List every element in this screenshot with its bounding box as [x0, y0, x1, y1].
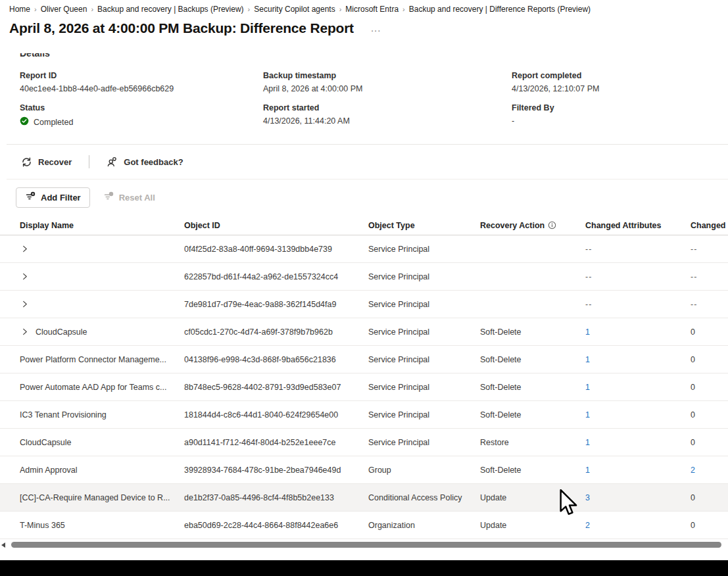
object-id-cell: 04138f96-e998-4c3d-868f-9ba656c21836 — [184, 355, 368, 364]
breadcrumb-item[interactable]: Home — [9, 5, 30, 14]
difference-table: Display NameObject IDObject TypeRecovery… — [0, 216, 728, 539]
scroll-left-arrow-icon[interactable] — [1, 542, 5, 548]
breadcrumb-item[interactable]: Security Copilot agents — [254, 5, 335, 14]
table-row[interactable]: CloudCapsulea90d1141-f712-464f-80d4-b252… — [0, 429, 728, 456]
detail-field-label: Report ID — [20, 71, 263, 80]
changed-links-cell: 0 — [691, 521, 728, 530]
changed-attributes-cell[interactable]: 1 — [585, 327, 691, 337]
changed-attributes-cell[interactable]: 1 — [585, 410, 691, 420]
display-name-text: CloudCapsule — [20, 438, 72, 447]
filter-add-icon — [25, 191, 36, 204]
table-row[interactable]: T-Minus 365eba50d69-2c28-44c4-8664-88f84… — [0, 512, 728, 539]
filter-row: Add Filter Reset All — [16, 187, 155, 208]
more-options-button[interactable]: ... — [371, 25, 381, 32]
recovery-action-cell: Soft-Delete — [480, 410, 585, 420]
changed-links-cell: -- — [691, 245, 728, 254]
column-header-object-type[interactable]: Object Type — [368, 221, 480, 230]
display-name-text: IC3 Tenant Provisioning — [20, 410, 107, 420]
breadcrumb-separator-icon: › — [399, 5, 409, 13]
breadcrumb-separator-icon: › — [87, 5, 97, 13]
table-row[interactable]: Power Platform Connector Manageme...0413… — [0, 346, 728, 373]
title-row: April 8, 2026 at 4:00:00 PM Backup: Diff… — [9, 20, 381, 36]
scrollbar-thumb[interactable] — [11, 542, 721, 548]
expand-chevron-icon[interactable] — [20, 244, 30, 254]
reset-all-button[interactable]: Reset All — [103, 191, 155, 204]
object-id-cell: 181844d4-c8c6-44d1-8040-624f29654e00 — [184, 410, 368, 420]
object-id-cell: 8b748ec5-9628-4402-8791-93d9ed583e07 — [184, 383, 368, 392]
recovery-action-cell: Soft-Delete — [480, 383, 585, 392]
recovery-action-cell: Update — [480, 521, 585, 530]
object-type-cell: Service Principal — [368, 245, 480, 254]
column-header-recovery-action[interactable]: Recovery Action — [480, 221, 585, 230]
object-type-cell: Service Principal — [368, 383, 480, 392]
got-feedback-button[interactable]: Got feedback? — [105, 154, 184, 170]
table-row[interactable]: CloudCapsulecf05cdc1-270c-4d74-a69f-378f… — [0, 318, 728, 346]
changed-attributes-cell[interactable]: 1 — [585, 438, 691, 447]
changed-attributes-cell[interactable]: 2 — [585, 521, 691, 530]
column-header-changed-attributes[interactable]: Changed Attributes — [585, 221, 691, 230]
changed-attributes-cell[interactable]: 1 — [585, 355, 691, 364]
breadcrumb-item[interactable]: Backup and recovery | Backups (Preview) — [97, 5, 244, 14]
breadcrumb: Home›Oliver Queen›Backup and recovery | … — [9, 5, 591, 14]
breadcrumb-separator-icon: › — [335, 5, 346, 13]
table-row[interactable]: Power Automate AAD App for Teams c...8b7… — [0, 373, 728, 401]
expand-chevron-icon[interactable] — [20, 327, 30, 337]
object-id-cell: 7de981d7-d79e-4eac-9a88-362f145d4fa9 — [184, 300, 368, 309]
column-header-display-name[interactable]: Display Name — [20, 221, 184, 230]
display-name-text: T-Minus 365 — [20, 521, 65, 530]
display-name-cell — [20, 299, 184, 309]
column-header-label: Recovery Action — [480, 221, 545, 230]
object-id-cell: cf05cdc1-270c-4d74-a69f-378f9b7b962b — [184, 327, 368, 337]
add-filter-button[interactable]: Add Filter — [16, 187, 90, 208]
detail-field-value: 4/13/2026, 11:44:20 AM — [263, 116, 512, 126]
changed-attributes-cell[interactable]: 1 — [585, 383, 691, 392]
difference-report-page: Home›Oliver Queen›Backup and recovery | … — [0, 0, 728, 576]
changed-attributes-cell[interactable]: 3 — [585, 493, 691, 502]
detail-field-value: 40ec1ee4-1bb8-44e0-adfe-eb56966cb629 — [20, 84, 263, 93]
feedback-icon — [107, 156, 118, 168]
table-row[interactable]: 622857bd-d61f-44a2-a962-de1557324cc4Serv… — [0, 263, 728, 291]
display-name-text: [CC]-CA-Require Managed Device to R... — [20, 493, 170, 502]
object-id-cell: de1b2f37-0a85-4496-8cf4-4f8b5b2ee133 — [184, 493, 368, 502]
detail-field-value: 4/13/2026, 12:10:07 PM — [512, 84, 717, 93]
info-icon[interactable] — [548, 221, 556, 229]
display-name-cell: Admin Approval — [20, 466, 184, 475]
table-row[interactable]: 7de981d7-d79e-4eac-9a88-362f145d4fa9Serv… — [0, 291, 728, 318]
changed-links-cell: 0 — [691, 438, 728, 447]
table-row[interactable]: 0f4f25d2-83a8-40ff-9694-3139dbb4e739Serv… — [0, 235, 728, 263]
column-header-changed-links[interactable]: Changed Links — [691, 221, 728, 230]
table-row[interactable]: IC3 Tenant Provisioning181844d4-c8c6-44d… — [0, 401, 728, 429]
changed-attributes-cell[interactable]: 1 — [585, 466, 691, 475]
expand-chevron-icon[interactable] — [20, 299, 30, 309]
display-name-cell: [CC]-CA-Require Managed Device to R... — [20, 493, 184, 502]
object-id-cell: eba50d69-2c28-44c4-8664-88f8442ea6e6 — [184, 521, 368, 530]
object-type-cell: Service Principal — [368, 272, 480, 281]
command-bar: Recover Got feedback? — [20, 152, 185, 172]
column-header-object-id[interactable]: Object ID — [184, 221, 368, 230]
recover-label: Recover — [38, 157, 72, 167]
recover-button[interactable]: Recover — [20, 154, 73, 170]
table-row[interactable]: Admin Approval39928934-7684-478c-91be-2b… — [0, 456, 728, 484]
expand-chevron-icon[interactable] — [20, 272, 30, 281]
detail-field-label: Status — [20, 103, 263, 112]
detail-field-label: Filtered By — [512, 103, 717, 112]
breadcrumb-item[interactable]: Oliver Queen — [41, 5, 87, 14]
detail-field: Report ID40ec1ee4-1bb8-44e0-adfe-eb56966… — [20, 71, 263, 93]
detail-field: Backup timestampApril 8, 2026 at 4:00:00… — [263, 71, 512, 93]
add-filter-label: Add Filter — [41, 193, 81, 203]
breadcrumb-separator-icon: › — [244, 5, 255, 13]
status-completed-icon — [20, 116, 29, 128]
breadcrumb-item[interactable]: Backup and recovery | Difference Reports… — [409, 5, 591, 14]
table-row[interactable]: [CC]-CA-Require Managed Device to R...de… — [0, 484, 728, 512]
detail-field-value-text: 40ec1ee4-1bb8-44e0-adfe-eb56966cb629 — [20, 84, 174, 93]
object-id-cell: 0f4f25d2-83a8-40ff-9694-3139dbb4e739 — [184, 245, 368, 254]
changed-attributes-cell: -- — [585, 245, 691, 254]
detail-field-value-text: 4/13/2026, 12:10:07 PM — [512, 84, 599, 93]
detail-field-value-text: April 8, 2026 at 4:00:00 PM — [263, 84, 362, 93]
recovery-action-cell: Restore — [480, 438, 585, 447]
object-type-cell: Organization — [368, 521, 480, 530]
changed-links-cell[interactable]: 2 — [691, 466, 728, 475]
breadcrumb-item[interactable]: Microsoft Entra — [345, 5, 399, 14]
horizontal-scrollbar[interactable] — [0, 540, 728, 549]
object-type-cell: Service Principal — [368, 438, 480, 447]
